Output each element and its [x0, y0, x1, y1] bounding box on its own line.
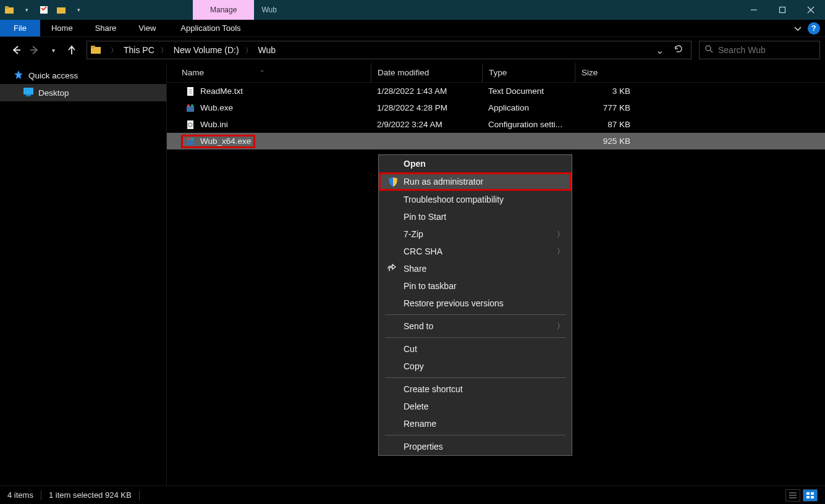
file-name: ReadMe.txt — [200, 86, 243, 96]
menu-delete[interactable]: Delete — [379, 398, 572, 415]
svg-point-28 — [187, 138, 190, 140]
context-menu: Open Run as administrator Troubleshoot c… — [378, 154, 572, 456]
file-icon — [185, 86, 195, 96]
menu-send-to[interactable]: Send to〉 — [379, 317, 572, 335]
svg-rect-22 — [187, 106, 194, 112]
menu-create-shortcut[interactable]: Create shortcut — [379, 380, 572, 398]
file-type: Application — [482, 103, 575, 112]
file-tab[interactable]: File — [0, 20, 40, 36]
svg-line-14 — [710, 50, 713, 52]
folder-icon — [4, 4, 15, 15]
tab-application-tools[interactable]: Application Tools — [169, 20, 252, 36]
search-icon — [704, 44, 713, 56]
sort-indicator-icon: ⌃ — [260, 69, 264, 76]
menu-restore-versions[interactable]: Restore previous versions — [379, 295, 572, 312]
ribbon-collapse-icon[interactable] — [789, 20, 806, 36]
status-selection: 1 item selected 924 KB — [49, 490, 132, 500]
menu-share[interactable]: Share — [379, 260, 572, 277]
up-button[interactable] — [64, 43, 79, 57]
svg-rect-1 — [5, 6, 9, 9]
file-date: 2/9/2022 3:24 AM — [371, 120, 482, 129]
status-bar: 4 items 1 item selected 924 KB — [0, 485, 825, 504]
menu-crc-sha[interactable]: CRC SHA〉 — [379, 243, 572, 260]
file-row[interactable]: Wub.ini2/9/2022 3:24 AMConfiguration set… — [167, 116, 825, 133]
file-size: 777 KB — [575, 103, 637, 112]
chevron-down-icon[interactable]: ▾ — [73, 4, 84, 15]
menu-7-zip[interactable]: 7-Zip〉 — [379, 225, 572, 243]
view-thumbnails-icon[interactable] — [803, 489, 818, 502]
file-row[interactable]: ReadMe.txt1/28/2022 1:43 AMText Document… — [167, 83, 825, 99]
menu-run-as-administrator[interactable]: Run as administrator — [379, 172, 572, 191]
file-row[interactable]: Wub_x64.exe925 KB — [167, 133, 825, 149]
file-icon — [185, 120, 195, 130]
search-box[interactable] — [699, 41, 820, 59]
svg-rect-33 — [806, 492, 810, 495]
file-size: 87 KB — [575, 120, 637, 129]
forward-button[interactable] — [27, 43, 42, 57]
properties-icon[interactable] — [38, 4, 49, 15]
menu-item-label: Run as administrator — [404, 177, 483, 187]
menu-copy[interactable]: Copy — [379, 358, 572, 375]
breadcrumb-volume[interactable]: New Volume (D:) — [171, 45, 242, 55]
col-type[interactable]: Type — [482, 63, 575, 82]
tab-home[interactable]: Home — [40, 20, 84, 36]
tab-view[interactable]: View — [127, 20, 167, 36]
col-size[interactable]: Size — [575, 63, 637, 82]
menu-cut[interactable]: Cut — [379, 340, 572, 358]
column-headers: Name⌃ Date modified Type Size — [167, 63, 825, 83]
status-item-count: 4 items — [7, 490, 33, 500]
title-bar: ▾ ▾ Manage Wub — [0, 0, 825, 20]
menu-open[interactable]: Open — [379, 155, 572, 172]
chevron-down-icon[interactable]: ▾ — [21, 4, 32, 15]
col-date[interactable]: Date modified — [371, 63, 482, 82]
view-details-icon[interactable] — [785, 489, 800, 502]
chevron-right-icon[interactable]: 〉 — [157, 46, 171, 55]
help-icon[interactable]: ? — [808, 22, 820, 35]
chevron-right-icon: 〉 — [557, 246, 564, 257]
menu-properties[interactable]: Properties — [379, 438, 572, 455]
menu-pin-to-start[interactable]: Pin to Start — [379, 208, 572, 225]
svg-marker-15 — [14, 70, 23, 79]
window-title: Wub — [261, 0, 276, 20]
desktop-icon — [23, 88, 33, 98]
menu-troubleshoot[interactable]: Troubleshoot compatibility — [379, 191, 572, 208]
tab-share[interactable]: Share — [84, 20, 128, 36]
chevron-right-icon: 〉 — [557, 229, 564, 240]
folder-icon — [90, 43, 103, 57]
recent-locations-icon[interactable]: ▾ — [46, 43, 61, 57]
svg-rect-34 — [811, 492, 814, 495]
search-input[interactable] — [718, 45, 825, 55]
file-row[interactable]: Wub.exe1/28/2022 4:28 PMApplication777 K… — [167, 99, 825, 116]
sidebar-item-quick-access[interactable]: Quick access — [0, 67, 166, 84]
minimize-button[interactable] — [740, 0, 768, 20]
chevron-right-icon[interactable]: 〉 — [107, 46, 121, 55]
svg-rect-12 — [91, 46, 95, 48]
address-bar[interactable]: 〉 This PC 〉 New Volume (D:) 〉 Wub ⌄ — [87, 41, 692, 59]
col-name[interactable]: Name⌃ — [167, 68, 371, 77]
maximize-button[interactable] — [768, 0, 797, 20]
chevron-right-icon[interactable]: 〉 — [242, 46, 256, 55]
sidebar-item-desktop[interactable]: Desktop — [0, 84, 166, 101]
file-name: Wub.ini — [200, 120, 228, 129]
close-button[interactable] — [797, 0, 825, 20]
svg-point-23 — [187, 104, 190, 107]
svg-point-13 — [706, 46, 711, 51]
file-type: Configuration setti... — [482, 120, 575, 129]
menu-rename[interactable]: Rename — [379, 415, 572, 432]
breadcrumb-this-pc[interactable]: This PC — [121, 45, 157, 55]
sidebar-item-label: Desktop — [38, 88, 69, 98]
menu-pin-taskbar[interactable]: Pin to taskbar — [379, 277, 572, 295]
address-dropdown-icon[interactable]: ⌄ — [649, 44, 670, 56]
new-folder-icon[interactable] — [56, 4, 67, 15]
refresh-icon[interactable] — [670, 44, 687, 56]
nav-bar: ▾ 〉 This PC 〉 New Volume (D:) 〉 Wub ⌄ — [0, 37, 825, 63]
sidebar-item-label: Quick access — [28, 71, 78, 80]
svg-rect-3 — [57, 7, 66, 14]
file-size: 925 KB — [575, 136, 637, 146]
manage-tab[interactable]: Manage — [193, 0, 254, 20]
breadcrumb-folder[interactable]: Wub — [256, 45, 279, 55]
file-name: Wub.exe — [200, 103, 233, 112]
back-button[interactable] — [9, 43, 23, 57]
chevron-right-icon: 〉 — [557, 321, 564, 332]
shield-icon — [388, 177, 398, 187]
